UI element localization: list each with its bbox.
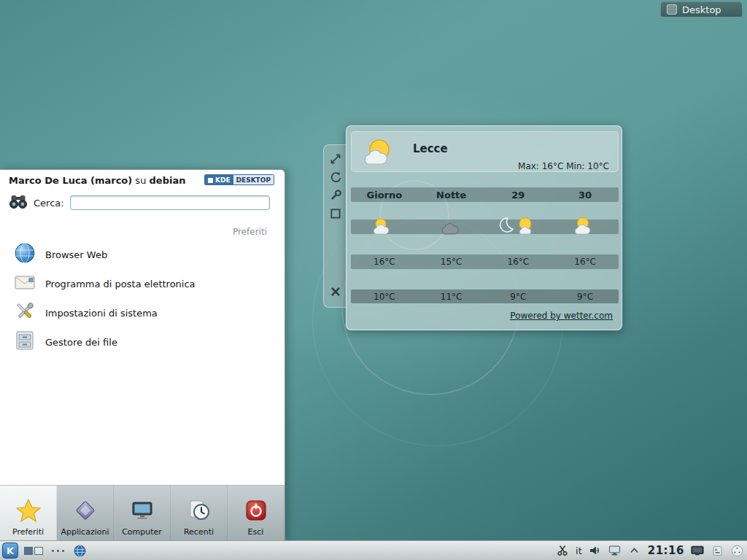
tab-label: Preferiti (12, 527, 44, 537)
applications-icon (74, 499, 97, 525)
maximize-icon[interactable] (329, 207, 342, 220)
menu-item-label: Gestore dei file (45, 337, 117, 348)
tools-icon (13, 300, 36, 326)
toolbox-label: Desktop (682, 4, 721, 15)
desktop-toolbox[interactable]: Desktop (660, 1, 743, 18)
klipper-scissors-icon[interactable] (556, 544, 569, 557)
day-temp: 16°C (485, 257, 552, 267)
tab-recenti[interactable]: Recenti (171, 486, 228, 540)
search-input[interactable] (70, 195, 270, 210)
configure-wrench-icon[interactable] (329, 189, 342, 202)
tab-preferiti[interactable]: Preferiti (0, 486, 57, 540)
tray-misc-icon[interactable] (711, 544, 724, 557)
tab-computer[interactable]: Computer (114, 486, 171, 540)
kde-logo-icon (208, 178, 213, 183)
weather-max-min: Max: 16°C Min: 10°C (518, 161, 609, 171)
day-temp: 16°C (351, 257, 418, 267)
menu-item-browser-web[interactable]: Browser Web (0, 240, 285, 269)
night-temp: 11°C (418, 292, 485, 302)
night-temp: 9°C (551, 292, 619, 302)
weather-widget: Lecce Max: 16°C Min: 10°C Giorno Notte 2… (346, 125, 622, 330)
weather-col: 29 (485, 190, 552, 201)
search-label: Cerca: (34, 198, 64, 209)
menu-item-label: Impostazioni di sistema (45, 308, 158, 319)
menu-item-file-manager[interactable]: Gestore dei file (0, 327, 285, 357)
rotate-icon[interactable] (329, 171, 342, 184)
resize-icon[interactable] (329, 152, 342, 166)
tab-applicazioni[interactable]: Applicazioni (57, 486, 114, 540)
tab-label: Computer (122, 527, 162, 537)
day-temp: 16°C (551, 257, 619, 267)
section-header-preferiti: Preferiti (233, 227, 267, 237)
digital-clock[interactable]: 21:16 (648, 544, 684, 557)
taskbar-panel: K it 21:16 (0, 540, 747, 560)
weather-header: Lecce Max: 16°C Min: 10°C (351, 131, 619, 172)
volume-icon[interactable] (589, 544, 602, 557)
cloudy-icon (418, 217, 485, 236)
partly-cloudy-icon (351, 217, 418, 236)
weather-current-icon (357, 135, 407, 173)
display-icon[interactable] (691, 544, 704, 557)
weather-city: Lecce (413, 142, 448, 155)
night-temp: 9°C (485, 292, 552, 302)
web-browser-icon (13, 241, 36, 268)
power-icon (244, 499, 268, 525)
mail-icon (13, 271, 36, 297)
computer-icon (131, 499, 154, 525)
panel-overflow-dots[interactable] (49, 550, 67, 552)
toolbox-icon (667, 4, 677, 15)
weather-col: 30 (551, 190, 619, 201)
kde-badge-left: KDE (205, 175, 233, 184)
day-temp: 15°C (418, 257, 485, 267)
binoculars-icon (9, 193, 28, 212)
kickoff-tab-bar: Preferiti Applicazioni Computer Recenti (0, 485, 285, 540)
user-name: Marco De Luca (marco) (9, 175, 132, 186)
weather-col: Giorno (351, 190, 418, 201)
desktop-background: Desktop Lecce Max: (0, 0, 747, 560)
kickoff-menu: Marco De Luca (marco) su debian KDE DESK… (0, 169, 285, 540)
weather-attribution-link[interactable]: Powered by wetter.com (510, 311, 613, 321)
tray-expand-arrow-icon[interactable] (628, 544, 641, 557)
menu-item-label: Browser Web (45, 249, 107, 260)
weather-col: Notte (418, 190, 485, 201)
menu-item-label: Programma di posta elettronica (45, 279, 196, 289)
weather-day-temps: 16°C 15°C 16°C 16°C (351, 254, 619, 269)
recent-clock-icon (187, 499, 211, 525)
panel-left-cluster: K (0, 542, 86, 559)
tab-label: Applicazioni (61, 527, 109, 537)
tab-esci[interactable]: Esci (228, 486, 285, 540)
kickoff-user-line: Marco De Luca (marco) su debian KDE DESK… (0, 170, 285, 190)
weather-widget-handle[interactable] (323, 144, 347, 308)
weather-forecast-icons (351, 208, 619, 236)
virtual-desktop-pager[interactable] (24, 547, 43, 555)
device-notifier-icon[interactable] (608, 544, 622, 557)
keyboard-layout-indicator[interactable]: it (576, 545, 582, 556)
kickoff-search-row: Cerca: (0, 192, 285, 214)
star-icon (16, 499, 41, 525)
partly-cloudy-icon (551, 217, 619, 236)
night-temp: 10°C (351, 292, 418, 302)
user-connector: su (135, 175, 146, 186)
weather-column-headers: Giorno Notte 29 30 (351, 187, 619, 202)
weather-night-temps: 10°C 11°C 9°C 9°C (351, 289, 619, 303)
menu-item-system-settings[interactable]: Impostazioni di sistema (0, 298, 285, 327)
kde-desktop-badge: KDE DESKTOP (204, 174, 274, 185)
system-tray: it 21:16 (556, 544, 747, 557)
host-name: debian (150, 175, 186, 186)
kde-menu-button[interactable]: K (2, 542, 18, 559)
file-manager-icon (13, 329, 36, 355)
pager-desktop-2[interactable] (34, 547, 43, 555)
browser-globe-icon[interactable] (73, 544, 86, 557)
pager-desktop-1[interactable] (24, 547, 33, 555)
kde-badge-right: DESKTOP (233, 175, 274, 184)
menu-item-email[interactable]: Programma di posta elettronica (0, 269, 285, 298)
panel-cashew-icon[interactable] (730, 544, 743, 557)
favorites-list: Browser Web Programma di posta elettroni… (0, 240, 285, 357)
svg-text:K: K (7, 545, 15, 556)
tab-label: Recenti (184, 527, 214, 537)
moon-sun-icon (485, 215, 552, 236)
close-icon[interactable] (329, 285, 342, 298)
tab-label: Esci (248, 527, 264, 537)
